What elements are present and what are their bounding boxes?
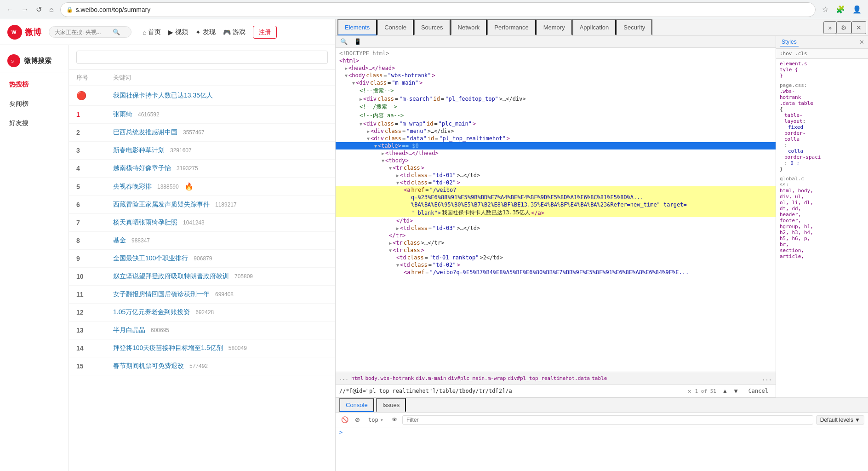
weibo-nav-video[interactable]: ▶ 视频	[168, 28, 188, 36]
dom-line-div-menu[interactable]: ▶ <div class="menu">…</div>	[336, 127, 776, 135]
dom-line-html[interactable]: <html>	[336, 57, 776, 64]
console-eye-button[interactable]: 👁	[390, 415, 400, 424]
console-tab-console[interactable]: Console	[339, 398, 374, 412]
sidebar-item-friends[interactable]: 好友搜	[0, 114, 69, 133]
topic-title-14[interactable]: 拜登将100天疫苗接种目标增至1.5亿剂	[113, 344, 223, 352]
topic-title-5[interactable]: 央视春晚彩排	[113, 183, 152, 191]
styles-panel-close[interactable]: ✕	[859, 39, 864, 46]
console-level-selector[interactable]: Default levels ▼	[816, 415, 864, 425]
tab-application[interactable]: Application	[572, 19, 617, 35]
console-context-arrow[interactable]: ▾	[380, 417, 383, 423]
dom-line-div-msearch[interactable]: ▶ <div class="m-search" id="pl_feedtop_t…	[336, 95, 776, 103]
tab-performance[interactable]: Performance	[487, 19, 536, 35]
tab-elements[interactable]: Elements	[337, 19, 377, 35]
devtools-search-input[interactable]	[339, 388, 684, 394]
breadcrumb-html[interactable]: html	[351, 375, 364, 381]
topic-title-3[interactable]: 新春电影种草计划	[113, 146, 165, 155]
dom-line-comment-search-end[interactable]: <!--/搜索-->	[336, 103, 776, 111]
dom-line-table-selected[interactable]: ▼ <table> == $0	[336, 142, 776, 149]
tab-more-button[interactable]: »	[823, 21, 836, 34]
dom-line-td02-rank2[interactable]: ▼ <td class="td-02">	[336, 261, 776, 269]
breadcrumb-div-data[interactable]: div#pl_top_realtimehot.data	[508, 375, 590, 381]
breadcrumb-more-right[interactable]: ...	[762, 375, 772, 382]
topic-title-10[interactable]: 赵立坚说望拜登政府吸取特朗普政府教训	[113, 272, 229, 281]
sidebar-item-news[interactable]: 要闻榜	[0, 94, 69, 114]
dom-line-tr1[interactable]: ▼ <tr class>	[336, 164, 776, 172]
dom-line-doctype[interactable]: <!DOCTYPE html>	[336, 50, 776, 57]
topic-title-7[interactable]: 杨天真晒张雨绮孕肚照	[113, 218, 177, 227]
styles-filter-text[interactable]: :hov .cls	[780, 51, 807, 57]
dom-line-td03[interactable]: ▶ <td class="td-03">…</td>	[336, 224, 776, 232]
topic-title-1[interactable]: 张雨绮	[113, 110, 132, 119]
devtools-settings-button[interactable]: ⚙	[836, 21, 851, 34]
dom-line-thead[interactable]: ▶ <thead>…</thead>	[336, 149, 776, 157]
dom-line-comment-search[interactable]: <!--搜索-->	[336, 86, 776, 95]
breadcrumb-more[interactable]: ...	[339, 375, 348, 381]
dom-line-head[interactable]: ▶ <head>…</head>	[336, 64, 776, 72]
dom-line-div-mwrap[interactable]: ▼ <div class="m-wrap" id="plc_main">	[336, 120, 776, 127]
dom-inspect-button[interactable]: 🔍	[338, 37, 349, 46]
profile-button[interactable]: 👤	[850, 3, 864, 16]
forward-button[interactable]: →	[18, 3, 31, 16]
search-prev-button[interactable]: ▲	[720, 386, 730, 396]
dom-line-div-data[interactable]: ▼ <div class="data" id="pl_top_realtimeh…	[336, 135, 776, 142]
home-button[interactable]: ⌂	[46, 3, 57, 16]
breadcrumb-table[interactable]: table	[592, 375, 607, 381]
address-bar[interactable]: 🔒 s.weibo.com/top/summary	[60, 2, 816, 17]
bookmark-button[interactable]: ☆	[819, 3, 831, 16]
console-filter-input[interactable]	[402, 415, 813, 425]
topic-title-top[interactable]: 我国社保卡持卡人数已达13.35亿人	[113, 92, 213, 100]
weibo-nav-home[interactable]: ⌂ 首页	[143, 28, 161, 36]
topic-title-4[interactable]: 越南模特好像章子怡	[113, 164, 171, 172]
tab-security[interactable]: Security	[616, 19, 652, 35]
styles-tab-styles[interactable]: Styles	[780, 38, 799, 46]
dom-line-div-mmain[interactable]: ▼ <div class="m-main">	[336, 79, 776, 86]
topic-title-8[interactable]: 基金	[113, 236, 126, 245]
breadcrumb-div-main[interactable]: div.m-main	[416, 375, 446, 381]
dom-line-comment-content[interactable]: <!--内容 aa-->	[336, 111, 776, 120]
weibo-register-button[interactable]: 注册	[253, 26, 277, 39]
console-filter-toggle[interactable]: ⊘	[353, 415, 362, 424]
search-clear-button[interactable]: ✕	[687, 387, 691, 395]
topic-title-12[interactable]: 1.05万亿元养老金到账投资	[113, 308, 190, 316]
dom-line-td01-rank2[interactable]: <td class="td-01 ranktop">2</td>	[336, 254, 776, 261]
weibo-search-box[interactable]: 🔍	[49, 26, 131, 38]
topic-title-13[interactable]: 半月白晶晶	[113, 326, 145, 334]
topic-title-6[interactable]: 西藏冒险王家属发声质疑失踪事件	[113, 201, 210, 209]
topic-title-15[interactable]: 春节期间机票可免费退改	[113, 362, 184, 370]
topic-title-2[interactable]: 巴西总统发推感谢中国	[113, 128, 177, 137]
dom-line-tr3[interactable]: ▼ <tr class>	[336, 247, 776, 254]
dom-line-td02[interactable]: ▼ <td class="td-02">	[336, 179, 776, 186]
devtools-close-button[interactable]: ✕	[851, 21, 866, 34]
console-tab-issues[interactable]: Issues	[376, 398, 406, 412]
search-next-button[interactable]: ▼	[731, 386, 741, 396]
tab-memory[interactable]: Memory	[536, 19, 572, 35]
breadcrumb-div-plcmain[interactable]: div#plc_main.m-wrap	[448, 375, 506, 381]
sidebar-item-hot[interactable]: 热搜榜	[0, 75, 69, 94]
dom-line-a-href[interactable]: <a href="/weibo?	[336, 186, 776, 194]
tab-console[interactable]: Console	[377, 19, 414, 35]
tab-network[interactable]: Network	[451, 19, 487, 35]
dom-line-tr2[interactable]: ▶ <tr class>…</tr>	[336, 239, 776, 247]
dom-line-body[interactable]: ▼ <body class="wbs-hotrank">	[336, 72, 776, 79]
dom-line-tr1-close[interactable]: </tr>	[336, 232, 776, 239]
tab-sources[interactable]: Sources	[414, 19, 451, 35]
topic-title-9[interactable]: 全国最缺工100个职业排行	[113, 254, 188, 263]
extension-button[interactable]: 🧩	[833, 3, 848, 16]
dom-line-a-rank2[interactable]: <a href="/weibo?q=%E5%B7%B4%E8%A5%BF%E6%…	[336, 269, 776, 276]
dom-line-a-href-block[interactable]: <a href="/weibo? q=%23%E6%88%91%E5%9B%BD…	[336, 186, 776, 217]
weibo-search-input[interactable]	[55, 29, 110, 35]
dom-line-td02-close[interactable]: </td>	[336, 217, 776, 224]
dom-device-button[interactable]: 📱	[352, 37, 363, 46]
topic-title-11[interactable]: 女子翻报房情回国后确诊获刑一年	[113, 290, 210, 299]
weibo-nav-discover[interactable]: ✦ 发现	[195, 28, 216, 36]
breadcrumb-body[interactable]: body.wbs-hotrank	[365, 375, 414, 381]
search-cancel-button[interactable]: Cancel	[745, 387, 772, 395]
back-button[interactable]: ←	[4, 3, 17, 16]
weibo-nav-games[interactable]: 🎮 游戏	[223, 28, 246, 36]
reload-button[interactable]: ↺	[33, 3, 45, 16]
dom-line-tbody[interactable]: ▼ <tbody>	[336, 157, 776, 164]
weibo-main-search-input[interactable]	[76, 51, 328, 64]
dom-line-td01[interactable]: ▶ <td class="td-01">…</td>	[336, 172, 776, 179]
console-clear-button[interactable]: 🚫	[339, 415, 350, 424]
